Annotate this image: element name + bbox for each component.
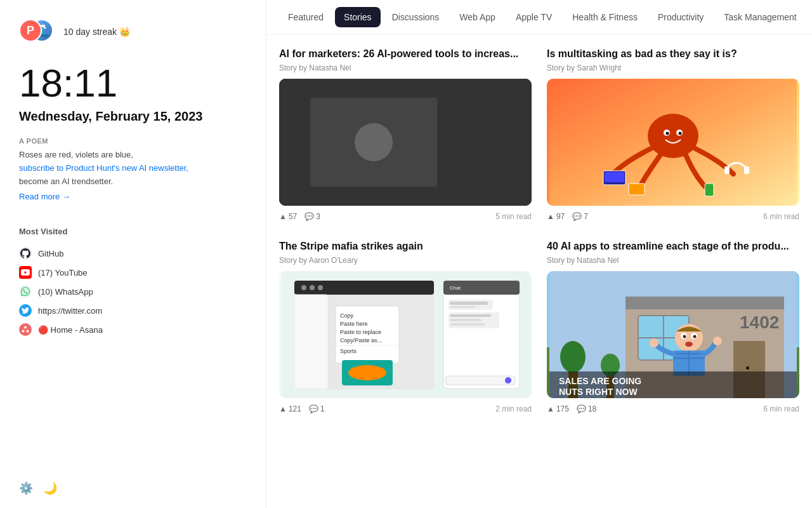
user-header: P 🌊 10 day streak 👑 [19, 19, 247, 44]
avatar-stack: P 🌊 [19, 19, 57, 44]
date-display: Wednesday, February 15, 2023 [19, 108, 247, 124]
article-card[interactable]: 40 AI apps to streamline each stage of t… [547, 240, 799, 413]
poem-label: A POEM [19, 137, 247, 145]
article-card[interactable]: The Stripe mafia strikes again Story by … [279, 240, 532, 413]
youtube-icon [19, 266, 32, 279]
svg-point-32 [318, 285, 323, 290]
comment-count: 💬 3 [304, 212, 320, 221]
svg-rect-54 [445, 376, 515, 385]
upvote-number: 97 [556, 212, 565, 221]
tab-webapp[interactable]: Web App [450, 7, 504, 27]
svg-rect-3 [282, 79, 529, 206]
upvote-count: ▲ 57 [279, 212, 297, 221]
svg-point-0 [24, 326, 27, 329]
svg-rect-26 [744, 166, 749, 174]
tab-taskmanagement[interactable]: Task Management [715, 7, 805, 27]
clock-display: 18:11 [19, 64, 247, 103]
svg-rect-60 [746, 366, 749, 370]
github-icon [19, 247, 32, 260]
svg-point-1 [22, 330, 25, 333]
settings-icon[interactable]: ⚙️ [19, 481, 33, 495]
article-thumbnail [547, 79, 799, 206]
most-visited-section: Most Visited GitHub (17) YouTube (10) Wh… [19, 227, 247, 339]
figma-illustration: Copy Paste here Paste to replace Copy/Pa… [279, 271, 532, 398]
tab-health[interactable]: Health & Fitness [563, 7, 646, 27]
poem-line3: become an AI trendsetter. [19, 177, 113, 186]
svg-text:Chat: Chat [450, 285, 461, 291]
article-byline: Story by Natasha Nel [547, 256, 799, 265]
article-title: AI for marketers: 26 AI-powered tools to… [279, 48, 532, 61]
list-item[interactable]: (10) WhatsApp [19, 282, 247, 301]
avatar-p: P [19, 19, 42, 42]
svg-text:SALES ARE GOING: SALES ARE GOING [559, 376, 641, 386]
svg-point-78 [560, 341, 586, 373]
comment-icon: 💬 [304, 212, 314, 221]
svg-rect-22 [605, 172, 624, 182]
svg-rect-51 [450, 314, 491, 317]
article-byline: Story by Aaron O'Leary [279, 256, 532, 265]
article-thumbnail: Copy Paste here Paste to replace Copy/Pa… [279, 271, 532, 398]
svg-point-6 [357, 122, 384, 150]
poem-section: A POEM Roses are red, violets are blue, … [19, 137, 247, 201]
poem-line1: Roses are red, violets are blue, [19, 150, 133, 159]
tab-productivity[interactable]: Productivity [649, 7, 712, 27]
article-title: The Stripe mafia strikes again [279, 240, 532, 253]
svg-point-2 [27, 330, 29, 333]
upvote-number: 57 [289, 212, 297, 221]
comment-count: 💬 18 [577, 404, 596, 413]
comment-icon: 💬 [577, 404, 586, 413]
svg-text:Copy/Paste as...: Copy/Paste as... [340, 337, 382, 344]
dark-mode-icon[interactable]: 🌙 [43, 481, 57, 495]
main-content: Featured Stories Discussions Web App App… [266, 0, 812, 508]
comment-count: 💬 7 [572, 212, 588, 221]
svg-text:1402: 1402 [740, 312, 779, 332]
svg-rect-23 [629, 184, 645, 195]
read-more-link[interactable]: Read more → [19, 192, 247, 201]
article-title: Is multitasking as bad as they say it is… [547, 48, 799, 61]
poem-link[interactable]: subscribe to Product Hunt's new AI newsl… [19, 163, 188, 173]
list-item[interactable]: GitHub [19, 244, 247, 263]
svg-rect-49 [450, 306, 475, 308]
upvote-icon: ▲ [279, 212, 287, 221]
svg-rect-53 [450, 323, 485, 326]
poem-text: Roses are red, violets are blue, subscri… [19, 149, 247, 188]
whatsapp-icon [19, 285, 32, 298]
read-time: 6 min read [763, 212, 799, 221]
upvote-number: 175 [556, 404, 569, 413]
tabs-next-arrow[interactable]: › [808, 8, 812, 27]
list-item[interactable]: https://twitter.com [19, 301, 247, 320]
svg-point-70 [685, 342, 693, 347]
tabs-nav: Featured Stories Discussions Web App App… [266, 0, 812, 35]
streak-text: 10 day streak 👑 [63, 27, 130, 37]
article-card[interactable]: AI for marketers: 26 AI-powered tools to… [279, 48, 532, 221]
svg-rect-5 [320, 104, 421, 180]
svg-rect-52 [450, 319, 481, 321]
most-visited-label: Most Visited [19, 227, 247, 236]
tab-discussions[interactable]: Discussions [383, 7, 449, 27]
article-card[interactable]: Is multitasking as bad as they say it is… [547, 48, 799, 221]
svg-text:Sports: Sports [340, 348, 357, 354]
comment-number: 1 [320, 404, 325, 413]
svg-point-31 [310, 285, 315, 290]
sidebar-footer: ⚙️ 🌙 [19, 469, 247, 495]
youtube-label: (17) YouTube [38, 268, 88, 277]
asana-label: 🔴 Home - Asana [38, 325, 103, 335]
article-meta: ▲ 57 💬 3 5 min read [279, 212, 532, 221]
asana-icon [19, 323, 32, 336]
svg-rect-29 [294, 281, 434, 295]
comment-icon: 💬 [572, 212, 582, 221]
tab-featured[interactable]: Featured [279, 7, 332, 27]
svg-point-30 [301, 285, 306, 290]
svg-rect-44 [443, 281, 520, 389]
svg-rect-48 [450, 302, 488, 305]
list-item[interactable]: 🔴 Home - Asana [19, 320, 247, 339]
article-title: 40 AI apps to streamline each stage of t… [547, 240, 799, 253]
upvote-count: ▲ 121 [279, 404, 301, 413]
svg-text:NUTS RIGHT NOW: NUTS RIGHT NOW [559, 387, 638, 397]
tab-appletv[interactable]: Apple TV [507, 7, 561, 27]
comment-number: 3 [316, 212, 320, 221]
list-item[interactable]: (17) YouTube [19, 263, 247, 282]
tab-stories[interactable]: Stories [335, 7, 381, 27]
comment-count: 💬 1 [309, 404, 325, 413]
upvote-count: ▲ 175 [547, 404, 569, 413]
